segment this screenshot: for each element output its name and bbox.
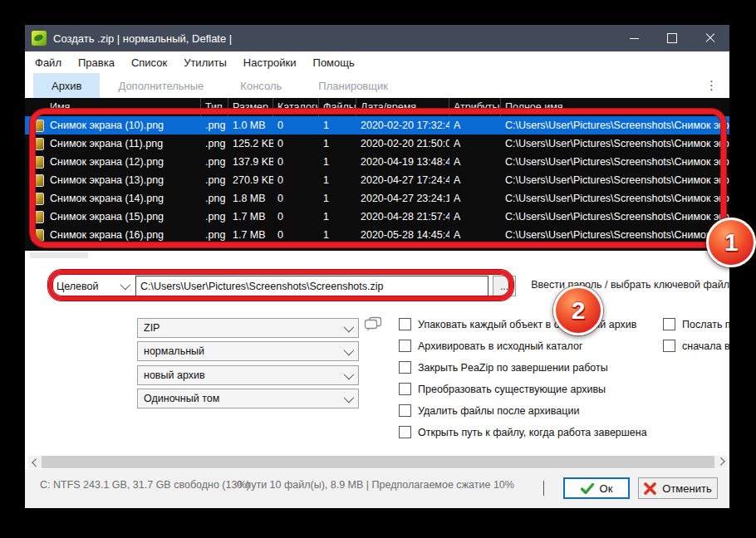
- archive-status: 0 пути 10 файл(ы), 8.9 MB | Предполагаем…: [237, 479, 514, 491]
- horizontal-scrollbar[interactable]: [28, 456, 728, 468]
- chevron-down-icon: [344, 369, 355, 379]
- checkbox-label: Закрыть PeaZip по завершении работы: [418, 362, 608, 374]
- minimize-icon: [630, 38, 639, 39]
- select-level[interactable]: нормальный: [137, 341, 359, 361]
- checkbox-label: Архивировать в исходный каталог: [418, 340, 582, 352]
- checkbox-box: [399, 340, 411, 352]
- password-link-label: Ввести пароль / выбрать ключевой файл: [531, 279, 729, 291]
- checkbox-label: Открыть путь к файлу, когда работа завер…: [418, 427, 647, 438]
- maximize-button[interactable]: [653, 25, 691, 51]
- annotation-badge-1: 1: [706, 218, 756, 267]
- menu-item-settings[interactable]: Настройки: [235, 51, 305, 73]
- chevron-down-icon: [344, 392, 355, 403]
- tab-scheduler[interactable]: Планировщик: [300, 73, 406, 98]
- select-mode-value: новый архив: [144, 369, 205, 381]
- check-icon: [581, 483, 594, 494]
- menu-item-file[interactable]: Файл: [27, 51, 70, 73]
- comment-bubble-icon[interactable]: [364, 316, 382, 335]
- tab-overflow-button[interactable]: ⋮: [694, 73, 729, 98]
- tab-console[interactable]: Консоль: [222, 73, 300, 98]
- checkbox-label: Удалить файлы после архивации: [418, 405, 579, 417]
- annotation-badge-2: 2: [553, 286, 603, 335]
- checkbox-box: [663, 340, 675, 352]
- scroll-left-button[interactable]: [28, 456, 42, 468]
- checkbox-option[interactable]: Закрыть PeaZip по завершении работы: [399, 361, 608, 374]
- select-mode[interactable]: новый архив: [137, 365, 359, 385]
- chevron-left-icon: [32, 458, 40, 467]
- checkbox-option[interactable]: Удалить файлы после архивации: [399, 404, 579, 417]
- checkbox-box: [399, 426, 411, 438]
- list-scrollbar-fragment[interactable]: [30, 252, 88, 258]
- password-link[interactable]: Ввести пароль / выбрать ключевой файл: [525, 278, 729, 291]
- status-expand-button[interactable]: [543, 481, 544, 496]
- checkbox-option[interactable]: сначала в Т: [663, 340, 729, 352]
- maximize-icon: [667, 33, 677, 43]
- checkbox-box: [663, 318, 675, 330]
- scrollbar-thumb[interactable]: [42, 456, 714, 468]
- annotation-rect-2: [48, 270, 513, 301]
- cancel-button-label: Отменить: [662, 482, 711, 495]
- ok-button[interactable]: Ок: [563, 477, 630, 499]
- checkbox-option[interactable]: Преобразовать существующие архивы: [399, 383, 606, 395]
- menu-item-list[interactable]: Список: [123, 51, 175, 73]
- checkbox-box: [399, 383, 411, 395]
- close-icon: [705, 33, 715, 43]
- close-button[interactable]: [691, 25, 729, 51]
- tab-archive[interactable]: Архив: [33, 73, 100, 98]
- menu-item-edit[interactable]: Правка: [70, 51, 123, 73]
- tab-advanced[interactable]: Дополнительные: [100, 73, 222, 98]
- checkbox-option[interactable]: Открыть путь к файлу, когда работа завер…: [399, 426, 647, 438]
- minimize-button[interactable]: [615, 25, 653, 51]
- window-title: Создать .zip | нормальный, Deflate |: [53, 32, 615, 45]
- chevron-down-icon: [344, 345, 355, 355]
- vertical-ellipsis-icon: ⋮: [705, 78, 718, 93]
- select-format[interactable]: ZIP: [137, 318, 359, 338]
- peazip-app-icon: [32, 31, 47, 46]
- checkbox-box: [399, 404, 411, 417]
- chevron-down-icon: [543, 481, 544, 496]
- menu-bar: ФайлПравкаСписокУтилитыНастройкиПомощь: [25, 51, 729, 73]
- chevron-down-icon: [344, 321, 355, 332]
- checkbox-option[interactable]: Послать по: [663, 318, 729, 330]
- checkbox-label: Послать по: [682, 319, 729, 330]
- menu-item-help[interactable]: Помощь: [305, 51, 363, 73]
- menu-item-utils[interactable]: Утилиты: [175, 51, 235, 73]
- peazip-window: Создать .zip | нормальный, Deflate | Фай…: [25, 25, 729, 508]
- checkbox-box: [399, 361, 411, 374]
- cancel-button[interactable]: Отменить: [638, 477, 718, 499]
- checkbox-label: Преобразовать существующие архивы: [418, 384, 606, 395]
- ok-button-label: Ок: [600, 482, 613, 495]
- scroll-right-button[interactable]: [714, 456, 728, 468]
- checkbox-label: сначала в Т: [682, 340, 729, 352]
- title-bar: Создать .zip | нормальный, Deflate |: [25, 25, 729, 51]
- select-level-value: нормальный: [144, 345, 204, 357]
- annotation-rect-1: [30, 109, 726, 247]
- select-format-value: ZIP: [144, 322, 160, 334]
- disk-status: C: NTFS 243.1 GB, 31.7 GB свободно (13%): [40, 479, 250, 491]
- checkbox-option[interactable]: Архивировать в исходный каталог: [399, 340, 582, 352]
- select-volume-value: Одиночный том: [144, 393, 219, 404]
- chevron-right-icon: [716, 457, 724, 466]
- tabs-holder: АрхивДополнительныеКонсольПланировщик: [25, 73, 406, 98]
- select-volume[interactable]: Одиночный том: [137, 389, 359, 408]
- x-icon: [644, 482, 656, 495]
- tab-bar: АрхивДополнительныеКонсольПланировщик ⋮: [25, 73, 729, 99]
- checkbox-box: [399, 318, 411, 330]
- checkbox-label: Упаковать каждый объект в отдельный архи…: [418, 319, 636, 330]
